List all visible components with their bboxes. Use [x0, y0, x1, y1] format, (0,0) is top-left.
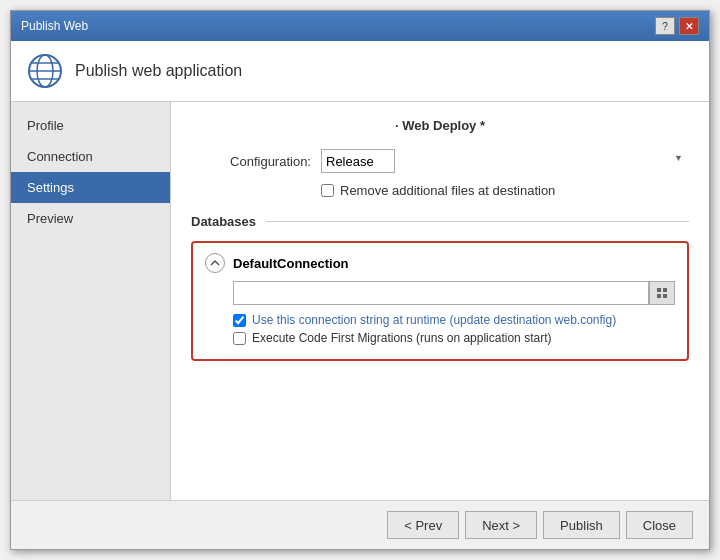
db-header: DefaultConnection [205, 253, 675, 273]
remove-files-row: Remove additional files at destination [321, 183, 689, 198]
publish-button[interactable]: Publish [543, 511, 620, 539]
help-button[interactable]: ? [655, 17, 675, 35]
execute-migrations-row: Execute Code First Migrations (runs on a… [233, 331, 675, 345]
configuration-select[interactable]: Release [321, 149, 395, 173]
use-connection-row: Use this connection string at runtime (u… [233, 313, 675, 327]
sidebar: Profile Connection Settings Preview [11, 102, 171, 500]
title-bar-buttons: ? ✕ [655, 17, 699, 35]
grid-icon [656, 287, 668, 299]
section-title: · Web Deploy * [191, 118, 689, 133]
chevron-up-icon [210, 259, 220, 267]
prev-button[interactable]: < Prev [387, 511, 459, 539]
main-content: · Web Deploy * Configuration: Release Re… [171, 102, 709, 500]
collapse-icon[interactable] [205, 253, 225, 273]
title-bar: Publish Web ? ✕ [11, 11, 709, 41]
close-button[interactable]: Close [626, 511, 693, 539]
svg-rect-7 [657, 294, 661, 298]
default-connection-box: DefaultConnection [191, 241, 689, 361]
content-area: Profile Connection Settings Preview · We… [11, 102, 709, 500]
sidebar-item-connection[interactable]: Connection [11, 141, 170, 172]
publish-web-dialog: Publish Web ? ✕ Publish web application … [10, 10, 710, 550]
configuration-select-wrapper: Release [321, 149, 689, 173]
use-connection-checkbox[interactable] [233, 314, 246, 327]
dialog-title: Publish Web [21, 19, 88, 33]
header-area: Publish web application [11, 41, 709, 102]
db-input-row [233, 281, 675, 305]
execute-migrations-checkbox[interactable] [233, 332, 246, 345]
sidebar-item-settings[interactable]: Settings [11, 172, 170, 203]
remove-files-label: Remove additional files at destination [340, 183, 555, 198]
sidebar-item-preview[interactable]: Preview [11, 203, 170, 234]
header-title: Publish web application [75, 62, 242, 80]
db-connection-input[interactable] [233, 281, 649, 305]
use-connection-label: Use this connection string at runtime (u… [252, 313, 616, 327]
globe-icon [27, 53, 63, 89]
svg-rect-5 [657, 288, 661, 292]
configuration-row: Configuration: Release [191, 149, 689, 173]
configuration-label: Configuration: [191, 154, 311, 169]
remove-files-checkbox[interactable] [321, 184, 334, 197]
databases-label: Databases [191, 214, 256, 229]
databases-section-header: Databases [191, 214, 689, 229]
db-browse-button[interactable] [649, 281, 675, 305]
db-checkboxes: Use this connection string at runtime (u… [233, 313, 675, 345]
footer: < Prev Next > Publish Close [11, 500, 709, 549]
sidebar-item-profile[interactable]: Profile [11, 110, 170, 141]
execute-migrations-label: Execute Code First Migrations (runs on a… [252, 331, 551, 345]
svg-rect-8 [663, 294, 667, 298]
svg-rect-6 [663, 288, 667, 292]
window-close-button[interactable]: ✕ [679, 17, 699, 35]
db-name: DefaultConnection [233, 256, 349, 271]
databases-divider [266, 221, 689, 222]
next-button[interactable]: Next > [465, 511, 537, 539]
